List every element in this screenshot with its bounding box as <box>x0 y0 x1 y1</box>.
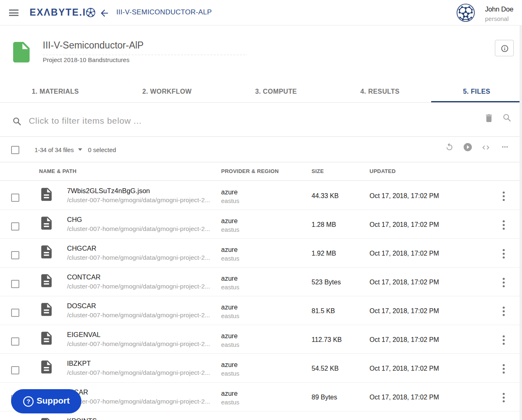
svg-text:?: ? <box>26 398 30 405</box>
